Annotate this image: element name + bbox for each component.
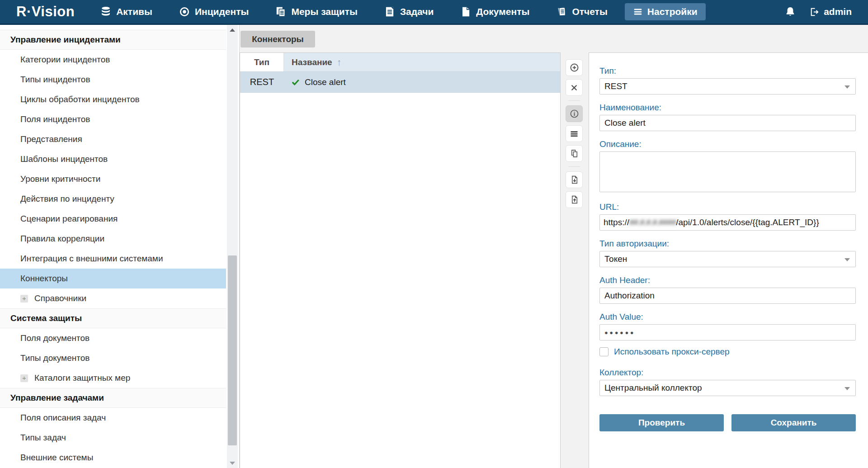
plus-circle-icon: [570, 63, 579, 72]
field-name: Наименование:: [599, 103, 856, 131]
type-select[interactable]: REST: [599, 78, 856, 95]
export-button[interactable]: [566, 171, 583, 188]
expand-plus-icon[interactable]: +: [20, 374, 28, 382]
url-masked-host: ##.#.#.#.####: [629, 217, 676, 227]
type-value: REST: [604, 81, 627, 91]
sidebar-item-incident-categories[interactable]: Категории инцидентов: [0, 50, 226, 70]
document-icon: [460, 6, 472, 18]
nav-settings[interactable]: Настройки: [625, 3, 706, 20]
nav-item-label: Отчеты: [572, 6, 607, 17]
sidebar-item-connectors[interactable]: Коннекторы: [0, 269, 226, 288]
info-icon: i: [570, 109, 579, 118]
target-icon: [179, 6, 190, 18]
scroll-up-arrow[interactable]: [227, 26, 238, 34]
file-upload-icon: [570, 195, 579, 204]
sidebar-item-external-systems[interactable]: Внешние системы: [0, 448, 226, 468]
proxy-checkbox[interactable]: [599, 347, 609, 356]
tab-connectors[interactable]: Коннекторы: [241, 31, 315, 47]
check-button[interactable]: Проверить: [599, 414, 724, 431]
field-description: Описание:: [599, 139, 856, 194]
sidebar-item-incident-fields[interactable]: Поля инцидентов: [0, 109, 226, 129]
info-button[interactable]: i: [566, 105, 583, 122]
column-header-label: Название: [292, 57, 332, 67]
connector-name: Close alert: [305, 77, 346, 87]
nav-item-label: Меры защиты: [291, 6, 357, 17]
user-menu[interactable]: admin: [809, 6, 852, 18]
sidebar-item-incident-templates[interactable]: Шаблоны инцидентов: [0, 149, 226, 169]
table-row[interactable]: REST Close alert: [240, 72, 560, 93]
nav-protection-measures[interactable]: Меры защиты: [275, 6, 357, 18]
top-navbar: R·Vision Активы Инциденты: [0, 0, 868, 25]
column-header-name[interactable]: Название ↑: [284, 53, 560, 71]
nav-assets[interactable]: Активы: [100, 6, 152, 18]
field-type: Тип: REST: [599, 66, 856, 95]
auth-value-input[interactable]: ●●●●●●: [599, 324, 856, 340]
name-label: Наименование:: [599, 103, 856, 113]
sidebar-scrollbar[interactable]: [227, 25, 238, 468]
auth-type-select[interactable]: Токен: [599, 251, 856, 267]
column-header-type[interactable]: Тип: [240, 53, 284, 71]
expand-plus-icon[interactable]: +: [20, 295, 28, 303]
form-actions: Проверить Сохранить: [599, 414, 856, 431]
nav-tasks[interactable]: Задачи: [384, 6, 434, 18]
sidebar-item-task-fields[interactable]: Поля описания задач: [0, 408, 226, 428]
sort-asc-icon: ↑: [337, 57, 342, 68]
sidebar-item-task-types[interactable]: Типы задач: [0, 428, 226, 448]
chevron-down-icon: [844, 387, 850, 390]
sidebar-item-protection-catalogs[interactable]: + Каталоги защитных мер: [0, 368, 226, 388]
url-label: URL:: [599, 202, 856, 212]
nav-incidents[interactable]: Инциденты: [179, 6, 249, 18]
chevron-down-icon: [844, 258, 850, 261]
nav-item-label: Активы: [116, 6, 152, 17]
nav-reports[interactable]: Отчеты: [556, 6, 607, 18]
sidebar-item-response-scenarios[interactable]: Сценарии реагирования: [0, 209, 226, 229]
sidebar-item-criticality-levels[interactable]: Уровни критичности: [0, 169, 226, 189]
url-prefix: https://: [604, 217, 629, 227]
scroll-down-arrow[interactable]: [227, 459, 238, 467]
sidebar-item-document-fields[interactable]: Поля документов: [0, 328, 226, 348]
sidebar-item-incident-types[interactable]: Типы инцидентов: [0, 70, 226, 90]
sidebar-item-incident-actions[interactable]: Действия по инциденту: [0, 189, 226, 209]
list-view-button[interactable]: [566, 125, 583, 142]
import-button[interactable]: [566, 191, 583, 208]
toolbar-divider: [568, 166, 580, 167]
sidebar-item-correlation-rules[interactable]: Правила корреляции: [0, 229, 226, 249]
field-auth-header: Auth Header:: [599, 275, 856, 304]
bell-icon[interactable]: [784, 6, 796, 18]
app-logo[interactable]: R·Vision: [16, 4, 75, 20]
chevron-down-icon: [844, 85, 850, 89]
settings-tree: Управление инцидентами Категории инциден…: [0, 30, 226, 468]
field-url: URL: https://##.#.#.#.####/api/1.0/alert…: [599, 202, 856, 231]
delete-connector-button[interactable]: [566, 79, 583, 96]
file-download-icon: [570, 175, 579, 184]
auth-header-label: Auth Header:: [599, 275, 856, 285]
navbar-right: admin: [784, 6, 868, 18]
name-input[interactable]: [599, 115, 856, 131]
sidebar-item-incident-workflows[interactable]: Циклы обработки инцидентов: [0, 90, 226, 109]
main-menu: Активы Инциденты Меры защиты: [100, 3, 705, 20]
url-input[interactable]: https://##.#.#.#.####/api/1.0/alerts/clo…: [599, 214, 856, 231]
auth-value-label: Auth Value:: [599, 312, 856, 322]
sidebar-item-views[interactable]: Представления: [0, 129, 226, 149]
logout-icon: [809, 6, 820, 18]
copy-button[interactable]: [566, 145, 583, 162]
sidebar-section-protection-system: Система защиты: [0, 308, 226, 328]
proxy-option[interactable]: Использовать прокси-сервер: [599, 347, 856, 357]
description-label: Описание:: [599, 139, 856, 149]
auth-header-input[interactable]: [599, 288, 856, 304]
sidebar-item-document-types[interactable]: Типы документов: [0, 348, 226, 368]
sidebar-item-directories[interactable]: + Справочники: [0, 288, 226, 308]
proxy-label: Использовать прокси-сервер: [614, 347, 730, 357]
collector-select[interactable]: Центральный коллектор: [599, 380, 856, 396]
cell-name: Close alert: [284, 72, 560, 92]
nav-documents[interactable]: Документы: [460, 6, 529, 18]
sidebar-item-external-integration[interactable]: Интеграция с внешними системами: [0, 249, 226, 269]
sidebar-section-incident-management: Управление инцидентами: [0, 30, 226, 50]
sidebar-item-label: Каталоги защитных мер: [34, 373, 130, 383]
field-auth-type: Тип авторизации: Токен: [599, 239, 856, 267]
sidebar-scrollbar-thumb[interactable]: [228, 255, 237, 445]
save-button[interactable]: Сохранить: [731, 414, 856, 431]
description-textarea[interactable]: [599, 151, 856, 192]
add-connector-button[interactable]: [566, 59, 583, 76]
cell-type: REST: [240, 72, 284, 92]
